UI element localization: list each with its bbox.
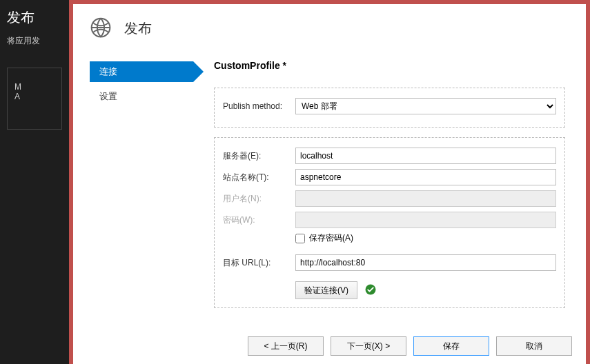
bg-box-line: M (14, 82, 55, 92)
nav-step-connection[interactable]: 连接 (90, 61, 193, 82)
success-check-icon (364, 283, 377, 298)
publish-dialog: 发布 连接 设置 CustomProfile * Publish method:… (69, 0, 590, 364)
save-password-label: 保存密码(A) (309, 232, 353, 244)
globe-icon (90, 17, 112, 41)
bg-subtitle: 将应用发 (7, 35, 62, 47)
server-label: 服务器(E): (223, 150, 295, 162)
nav-step-settings[interactable]: 设置 (90, 86, 193, 107)
save-button[interactable]: 保存 (413, 336, 489, 356)
vs-publish-background: 发布 将应用发 M A (0, 0, 69, 364)
password-input (295, 212, 556, 228)
wizard-nav: 连接 设置 (90, 60, 193, 318)
publish-method-section: Publish method: Web 部署 (214, 88, 565, 128)
validate-connection-button[interactable]: 验证连接(V) (295, 281, 357, 299)
dialog-button-bar: < 上一页(R) 下一页(X) > 保存 取消 (248, 336, 572, 356)
bg-box-line: A (14, 92, 55, 101)
publish-method-select[interactable]: Web 部署 (295, 98, 556, 114)
password-label: 密码(W): (223, 214, 295, 226)
dialog-title: 发布 (124, 19, 152, 38)
username-label: 用户名(N): (223, 193, 295, 205)
bg-title: 发布 (7, 8, 62, 27)
form-area: CustomProfile * Publish method: Web 部署 服… (193, 60, 586, 318)
cancel-button[interactable]: 取消 (496, 336, 572, 356)
site-name-label: 站点名称(T): (223, 172, 295, 183)
dest-url-label: 目标 URL(L): (223, 257, 295, 269)
username-input (295, 190, 556, 207)
dialog-header: 发布 (73, 4, 586, 60)
site-name-input[interactable] (295, 169, 556, 185)
dest-url-input[interactable] (295, 254, 556, 271)
profile-name: CustomProfile * (214, 60, 565, 71)
next-button[interactable]: 下一页(X) > (331, 336, 406, 356)
save-password-checkbox[interactable] (295, 234, 305, 243)
publish-method-label: Publish method: (223, 101, 295, 111)
server-input[interactable] (295, 148, 556, 164)
prev-button[interactable]: < 上一页(R) (248, 336, 324, 356)
bg-target-box: M A (7, 68, 62, 130)
connection-section: 服务器(E): 站点名称(T): 用户名(N): 密码(W): 保 (214, 137, 565, 308)
